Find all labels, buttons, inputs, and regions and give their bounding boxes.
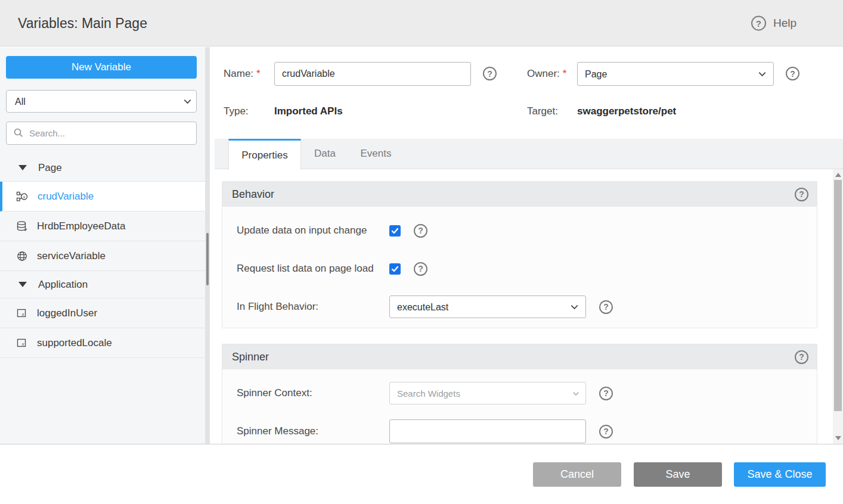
save-and-close-button[interactable]: Save & Close [734,462,826,487]
behavior-section: Behavior ? Update data on input change ?… [222,181,817,328]
spinner-context-help-icon[interactable]: ? [599,387,613,400]
caret-down-icon [18,282,27,287]
spinner-message-row: Spinner Message: ? [222,412,817,444]
sidebar-group-page[interactable]: Page [0,154,205,182]
behavior-section-title: Behavior [232,188,795,201]
crud-variable-icon: x [16,191,29,203]
required-marker: * [256,68,261,79]
owner-select-wrap: Page [577,62,774,86]
type-value: Imported APIs [274,105,343,117]
request-list-checkbox[interactable] [389,263,401,275]
behavior-section-body: Update data on input change ? Request li… [222,207,817,328]
in-flight-select[interactable]: executeLast [389,295,586,318]
request-list-row: Request list data on page load ? [222,250,817,288]
tab-data[interactable]: Data [301,139,349,169]
update-data-row: Update data on input change ? [222,211,817,250]
update-data-help-icon[interactable]: ? [414,224,427,238]
owner-select[interactable]: Page [577,62,774,86]
spinner-context-combobox[interactable]: Search Widgets [389,382,586,405]
sidebar-item-label: crudVariable [38,191,94,203]
check-icon [391,227,399,235]
scroll-up-icon[interactable] [835,173,841,177]
tabstrip: Properties Data Events [215,139,843,169]
spinner-message-help-icon[interactable]: ? [599,425,613,438]
sidebar-item-crudvariable[interactable]: x crudVariable [0,182,205,211]
sidebar-scrollbar-thumb[interactable] [206,233,209,285]
request-list-help-icon[interactable]: ? [414,262,427,276]
form-row-name-owner: Name:* ? Owner:* Page ? [215,62,843,86]
sidebar-item-hrdbemployeedata[interactable]: HrdbEmployeeData [0,211,205,241]
spinner-context-label: Spinner Context: [237,387,389,399]
target-value: swaggerpetstore/pet [577,105,676,117]
name-label: Name:* [224,68,261,80]
help-button[interactable]: ? Help [751,15,796,30]
variable-search-wrap [6,122,199,145]
page-title: Variables: Main Page [18,15,147,31]
in-flight-help-icon[interactable]: ? [599,300,613,314]
name-help-icon[interactable]: ? [483,67,497,80]
owner-help-icon[interactable]: ? [786,67,799,80]
help-label: Help [773,17,796,30]
spinner-message-label: Spinner Message: [237,425,389,437]
globe-icon [16,250,28,262]
type-label: Type: [224,105,249,117]
main-scrollbar-thumb[interactable] [834,180,842,411]
spinner-message-input[interactable] [389,419,586,443]
request-list-label: Request list data on page load [237,263,389,275]
sidebar-item-label: loggedInUser [37,307,97,319]
sidebar-item-label: supportedLocale [37,337,112,349]
tab-events[interactable]: Events [349,139,403,169]
spinner-section-title: Spinner [232,351,795,363]
sidebar-group-application[interactable]: Application [0,271,205,298]
help-icon[interactable]: ? [751,15,766,30]
target-label: Target: [527,105,558,117]
static-variable-icon: x [16,337,28,349]
variable-list: Page x crudVariable HrdbEmployeeData [0,154,205,358]
sidebar-item-loggedinuser[interactable]: x loggedInUser [0,298,205,328]
main-scrollbar[interactable] [833,169,843,444]
variable-filter-select-wrap: All [6,90,199,113]
variable-filter-select[interactable]: All [6,90,197,113]
dialog-footer: Cancel Save Save & Close [0,444,843,504]
svg-text:x: x [23,194,26,200]
sidebar-scrollbar[interactable] [205,47,210,444]
spinner-section: Spinner ? Spinner Context: Search Widget… [222,344,817,444]
update-data-checkbox[interactable] [389,225,401,237]
sidebar-item-label: HrdbEmployeeData [37,220,125,232]
scroll-down-icon[interactable] [835,436,841,440]
database-icon [16,220,28,232]
in-flight-row: In Flight Behavior: executeLast ? [222,288,817,326]
variable-search-input[interactable] [6,122,197,145]
save-button[interactable]: Save [634,462,722,487]
form-row-type-target: Type: Imported APIs Target: swaggerpetst… [215,105,843,119]
variable-detail-panel: Name:* ? Owner:* Page ? Type: Imported A… [215,47,843,444]
name-input[interactable] [274,62,471,86]
spinner-help-icon[interactable]: ? [795,350,808,364]
sidebar-item-servicevariable[interactable]: serviceVariable [0,241,205,271]
cancel-button[interactable]: Cancel [533,462,621,487]
svg-text:x: x [21,340,24,346]
update-data-label: Update data on input change [237,225,389,237]
in-flight-label: In Flight Behavior: [237,301,389,313]
variables-sidebar: New Variable All Page x crudVariable [0,47,205,444]
sidebar-item-label: serviceVariable [37,250,106,262]
sidebar-item-supportedlocale[interactable]: x supportedLocale [0,328,205,358]
new-variable-button[interactable]: New Variable [6,56,197,79]
properties-content: Behavior ? Update data on input change ?… [215,169,833,444]
spinner-section-body: Spinner Context: Search Widgets ? Spinne… [222,369,817,444]
spinner-context-row: Spinner Context: Search Widgets ? [222,374,817,412]
svg-text:x: x [21,310,24,316]
tab-properties[interactable]: Properties [228,139,301,170]
required-marker: * [563,68,567,79]
static-variable-icon: x [16,307,28,319]
chevron-down-icon [572,390,579,397]
behavior-help-icon[interactable]: ? [795,188,808,201]
caret-down-icon [18,165,27,170]
owner-label: Owner:* [527,68,566,80]
in-flight-select-wrap: executeLast [389,295,586,318]
spinner-context-placeholder: Search Widgets [397,388,460,399]
behavior-section-header: Behavior ? [222,182,817,207]
check-icon [391,265,399,273]
dialog-titlebar: Variables: Main Page ? Help [0,0,843,46]
spinner-section-header: Spinner ? [222,344,817,369]
